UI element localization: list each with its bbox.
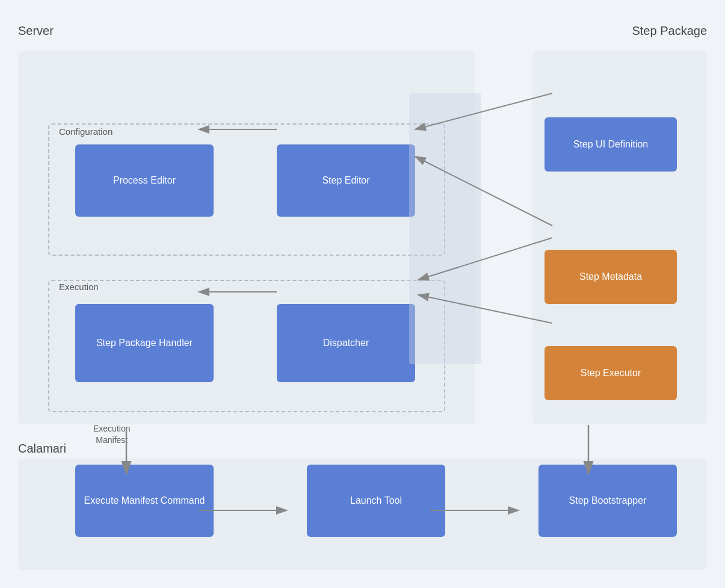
server-label: Server xyxy=(18,24,54,38)
arrow-highlight-box xyxy=(409,93,481,364)
step-bootstrapper-box: Step Bootstrapper xyxy=(538,465,677,537)
execution-label: Execution xyxy=(59,282,99,292)
step-executor-box: Step Executor xyxy=(545,346,677,400)
step-package-label: Step Package xyxy=(632,24,707,38)
step-editor-box: Step Editor xyxy=(277,144,415,217)
execute-manifest-command-box: Execute Manifest Command xyxy=(75,465,214,537)
execution-manifest-label: ExecutionManifest xyxy=(93,423,130,447)
calamari-panel: Execute Manifest Command Launch Tool Ste… xyxy=(18,459,707,570)
configuration-label: Configuration xyxy=(59,126,113,137)
diagram-area: Server Step Package Calamari Configurati… xyxy=(0,0,725,588)
launch-tool-box: Launch Tool xyxy=(307,465,445,537)
step-package-panel: Step UI Definition Step Metadata Step Ex… xyxy=(532,51,707,424)
server-panel: Configuration Execution Process Editor S… xyxy=(18,51,475,424)
process-editor-box: Process Editor xyxy=(75,144,214,217)
dispatcher-box: Dispatcher xyxy=(277,304,415,382)
calamari-label: Calamari xyxy=(18,442,66,456)
step-package-handler-box: Step Package Handler xyxy=(75,304,214,382)
step-metadata-box: Step Metadata xyxy=(545,250,677,304)
step-ui-definition-box: Step UI Definition xyxy=(545,117,677,172)
